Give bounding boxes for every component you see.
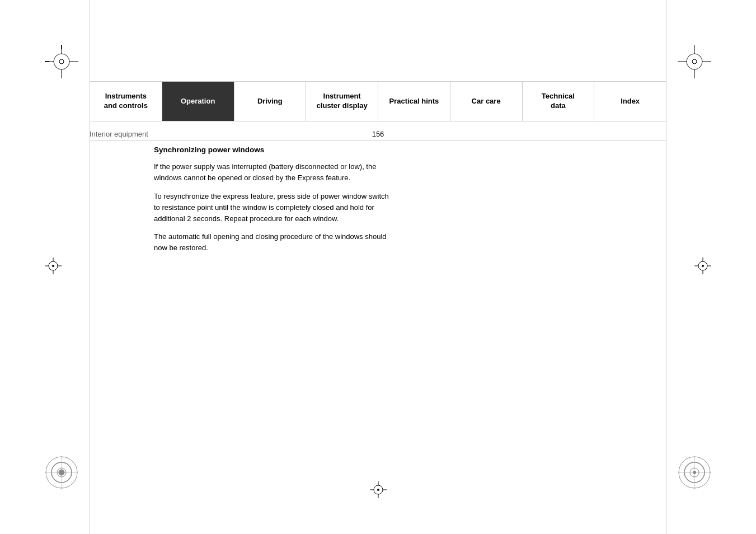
corner-mark-br: [678, 456, 711, 489]
page-number: 156: [372, 130, 384, 138]
corner-mark-tl: [45, 45, 78, 78]
svg-point-9: [692, 59, 697, 64]
svg-point-34: [702, 265, 704, 267]
nav-item-index[interactable]: Index: [594, 82, 666, 121]
nav-item-instrument-cluster-display[interactable]: Instrumentcluster display: [306, 82, 378, 121]
svg-point-8: [687, 54, 702, 69]
svg-point-28: [52, 265, 54, 267]
bottom-center-mark: [370, 481, 387, 500]
svg-point-0: [54, 54, 69, 69]
content-para-3: The automatic full opening and closing p…: [154, 231, 389, 254]
section-header: Interior equipment 156: [90, 128, 666, 141]
border-left: [90, 0, 90, 534]
border-right: [666, 0, 666, 534]
corner-mark-tr: [678, 45, 711, 78]
content-heading: Synchronizing power windows: [154, 144, 588, 156]
nav-item-car-care[interactable]: Car care: [450, 82, 523, 121]
nav-item-driving[interactable]: Driving: [234, 82, 307, 121]
nav-item-instruments-and-controls[interactable]: Instrumentsand controls: [90, 82, 162, 121]
content-para-1: If the power supply was interrupted (bat…: [154, 161, 389, 184]
svg-point-1: [59, 59, 64, 64]
mid-mark-left: [45, 257, 62, 277]
nav-bar: Instrumentsand controls Operation Drivin…: [90, 81, 666, 121]
content-area: Synchronizing power windows If the power…: [154, 144, 588, 260]
section-title: Interior equipment: [90, 130, 148, 138]
nav-item-practical-hints[interactable]: Practical hints: [378, 82, 450, 121]
corner-mark-bl: [45, 456, 78, 489]
nav-item-operation[interactable]: Operation: [162, 82, 234, 121]
content-para-2: To resynchronize the express feature, pr…: [154, 191, 389, 224]
svg-point-40: [377, 489, 379, 491]
mid-mark-right: [694, 257, 711, 277]
nav-item-technical-data[interactable]: Technicaldata: [523, 82, 595, 121]
